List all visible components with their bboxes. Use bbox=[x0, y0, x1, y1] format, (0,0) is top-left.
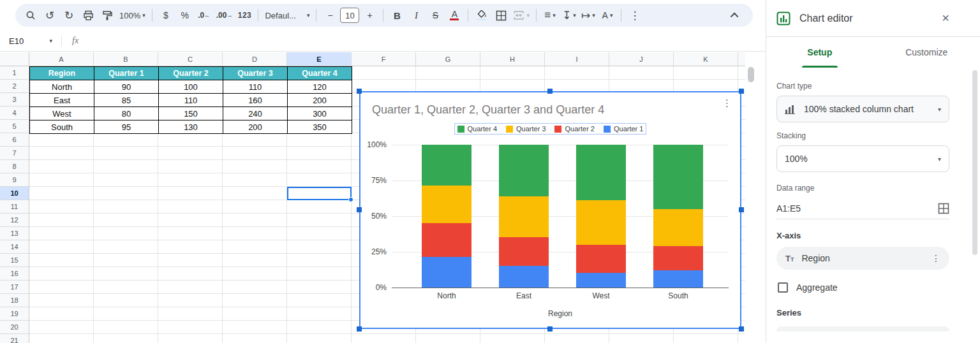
bar-West[interactable] bbox=[576, 145, 626, 288]
row-header-6[interactable]: 6 bbox=[0, 133, 29, 147]
row-header-11[interactable]: 11 bbox=[0, 200, 29, 214]
chart-handle-3[interactable] bbox=[357, 207, 362, 212]
segment-Quarter-1-West[interactable] bbox=[576, 273, 626, 288]
more-options-icon[interactable]: ⋮ bbox=[626, 6, 644, 24]
segment-Quarter-4-North[interactable] bbox=[422, 145, 471, 186]
row-header-19[interactable]: 19 bbox=[0, 307, 29, 321]
bar-East[interactable] bbox=[499, 145, 549, 288]
header-cell[interactable]: Quarter 1 bbox=[94, 67, 159, 80]
segment-Quarter-3-East[interactable] bbox=[499, 196, 549, 238]
search-icon[interactable] bbox=[22, 6, 40, 24]
segment-Quarter-4-East[interactable] bbox=[499, 145, 549, 196]
column-header-partial[interactable] bbox=[738, 52, 745, 66]
increase-decimal-button[interactable]: .00→ bbox=[214, 6, 235, 24]
row-header-3[interactable]: 3 bbox=[0, 93, 29, 106]
column-header-C[interactable]: C bbox=[158, 52, 223, 66]
table-cell[interactable]: 300 bbox=[288, 107, 352, 120]
column-header-A[interactable]: A bbox=[29, 52, 94, 66]
row-header-13[interactable]: 13 bbox=[0, 227, 29, 240]
segment-Quarter-2-East[interactable] bbox=[499, 237, 549, 265]
header-cell[interactable]: Quarter 4 bbox=[288, 67, 352, 80]
segment-Quarter-3-West[interactable] bbox=[576, 200, 626, 245]
table-cell[interactable]: 160 bbox=[223, 94, 288, 107]
bar-South[interactable] bbox=[653, 145, 703, 288]
stacking-select[interactable]: 100% ▾ bbox=[776, 145, 949, 172]
redo-icon[interactable]: ↻ bbox=[60, 6, 78, 24]
x-axis-options-icon[interactable]: ⋮ bbox=[928, 253, 944, 263]
row-header-10[interactable]: 10 bbox=[0, 187, 29, 200]
legend-item[interactable]: Quarter 1 bbox=[604, 125, 643, 133]
row-header-2[interactable]: 2 bbox=[0, 80, 29, 93]
data-range-field[interactable]: A1:E5 bbox=[776, 198, 949, 219]
font-size-input[interactable]: 10 bbox=[340, 8, 359, 23]
segment-Quarter-4-South[interactable] bbox=[653, 145, 703, 209]
table-cell[interactable]: 95 bbox=[94, 120, 159, 134]
selected-cell-E10[interactable] bbox=[287, 187, 352, 200]
row-header-1[interactable]: 1 bbox=[0, 66, 29, 80]
table-cell[interactable]: 200 bbox=[288, 94, 352, 107]
segment-Quarter-2-West[interactable] bbox=[576, 245, 626, 273]
fill-handle[interactable] bbox=[348, 197, 353, 202]
embedded-chart[interactable]: ⋮ Quarter 1, Quarter 2, Quarter 3 and Qu… bbox=[359, 91, 741, 329]
text-color-button[interactable]: A bbox=[445, 6, 463, 24]
legend-item[interactable]: Quarter 3 bbox=[506, 125, 546, 133]
table-cell[interactable]: North bbox=[30, 80, 94, 94]
table-cell[interactable]: 150 bbox=[159, 107, 223, 120]
italic-button[interactable]: I bbox=[407, 6, 425, 24]
percent-format-button[interactable]: % bbox=[176, 6, 194, 24]
bar-North[interactable] bbox=[422, 145, 471, 288]
row-header-20[interactable]: 20 bbox=[0, 321, 29, 334]
table-cell[interactable]: 110 bbox=[159, 94, 223, 107]
table-cell[interactable]: 350 bbox=[288, 120, 352, 134]
tab-customize[interactable]: Customize bbox=[873, 37, 980, 68]
header-cell[interactable]: Quarter 2 bbox=[159, 67, 223, 80]
table-cell[interactable]: 85 bbox=[94, 94, 159, 107]
chart-type-select[interactable]: 100% stacked column chart ▾ bbox=[776, 96, 949, 122]
column-header-I[interactable]: I bbox=[545, 52, 609, 66]
chart-handle-2[interactable] bbox=[739, 89, 744, 94]
table-cell[interactable]: 100 bbox=[159, 80, 223, 94]
chart-handle-6[interactable] bbox=[547, 326, 553, 332]
number-format-button[interactable]: 123 bbox=[235, 6, 253, 24]
column-header-B[interactable]: B bbox=[94, 52, 158, 66]
text-wrap-dropdown[interactable]: ↦ ▾ bbox=[579, 6, 597, 24]
segment-Quarter-4-West[interactable] bbox=[576, 145, 626, 200]
chart-handle-4[interactable] bbox=[739, 207, 744, 212]
row-header-15[interactable]: 15 bbox=[0, 254, 29, 267]
segment-Quarter-3-North[interactable] bbox=[422, 186, 471, 223]
segment-Quarter-3-South[interactable] bbox=[653, 209, 703, 246]
column-header-H[interactable]: H bbox=[480, 52, 545, 66]
chart-handle-5[interactable] bbox=[357, 326, 362, 332]
panel-scrollbar[interactable] bbox=[972, 70, 977, 255]
row-header-4[interactable]: 4 bbox=[0, 106, 29, 120]
table-cell[interactable]: East bbox=[30, 94, 94, 107]
segment-Quarter-2-North[interactable] bbox=[422, 223, 471, 257]
row-header-12[interactable]: 12 bbox=[0, 214, 29, 227]
table-cell[interactable]: 240 bbox=[223, 107, 288, 120]
font-dropdown[interactable]: Defaul...▾ bbox=[263, 6, 311, 24]
table-cell[interactable]: 120 bbox=[288, 80, 352, 94]
borders-icon[interactable] bbox=[492, 6, 510, 24]
row-header-9[interactable]: 9 bbox=[0, 173, 29, 187]
print-icon[interactable] bbox=[79, 6, 97, 24]
chart-handle-7[interactable] bbox=[739, 326, 744, 332]
column-header-J[interactable]: J bbox=[609, 52, 674, 66]
row-header-5[interactable]: 5 bbox=[0, 120, 29, 133]
chart-handle-1[interactable] bbox=[547, 89, 553, 94]
chart-legend[interactable]: Quarter 4Quarter 3Quarter 2Quarter 1 bbox=[454, 123, 647, 135]
table-cell[interactable]: 110 bbox=[223, 80, 288, 94]
row-header-14[interactable]: 14 bbox=[0, 240, 29, 254]
segment-Quarter-1-East[interactable] bbox=[499, 266, 549, 288]
row-header-8[interactable]: 8 bbox=[0, 160, 29, 173]
segment-Quarter-1-South[interactable] bbox=[653, 270, 703, 288]
column-header-D[interactable]: D bbox=[223, 52, 287, 66]
strikethrough-button[interactable]: S bbox=[426, 6, 444, 24]
tab-setup[interactable]: Setup bbox=[766, 37, 873, 68]
series-item-partial[interactable] bbox=[776, 326, 949, 332]
header-cell[interactable]: Quarter 3 bbox=[223, 67, 288, 80]
sheet-vertical-scrollbar[interactable] bbox=[748, 67, 754, 82]
table-cell[interactable]: 130 bbox=[159, 120, 223, 134]
table-cell[interactable]: West bbox=[30, 107, 94, 120]
data-table[interactable]: RegionQuarter 1Quarter 2Quarter 3Quarter… bbox=[29, 66, 352, 134]
text-rotation-dropdown[interactable]: A ▾ bbox=[598, 6, 616, 24]
